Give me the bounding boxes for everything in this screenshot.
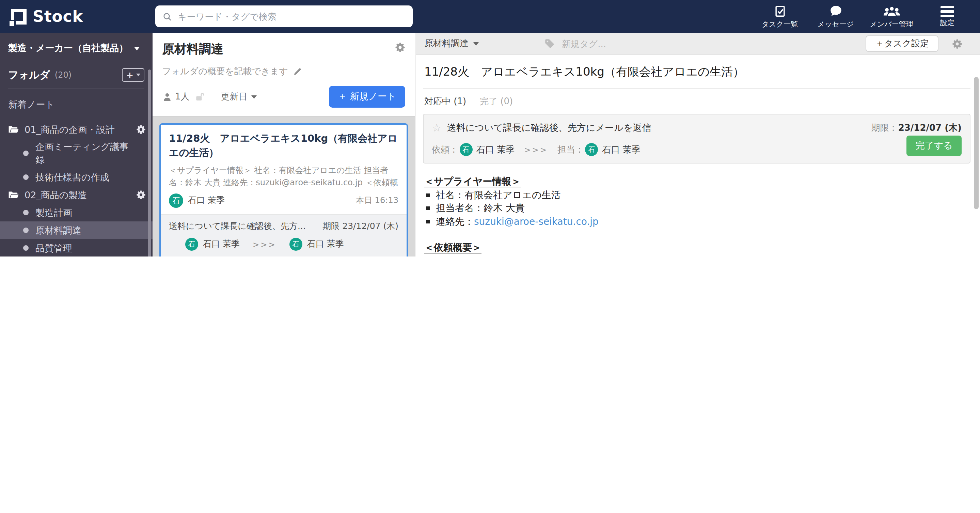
chevron-down-icon xyxy=(473,42,479,45)
bullet-square-icon xyxy=(426,207,430,210)
chevron-down-icon xyxy=(136,73,140,76)
gear-icon[interactable] xyxy=(395,42,405,53)
task-list-icon xyxy=(773,4,786,18)
chevron-down-icon xyxy=(134,47,140,50)
app-window: Stock タスク一覧 メッセージ メンバー管理 設定 xyxy=(0,0,980,256)
sidebar-note[interactable]: 製造計画 xyxy=(0,204,153,221)
card-preview: ＜サプライヤー情報＞ 社名：有限会社アロエの生活 担当者名：鈴木 大貴 連絡先：… xyxy=(169,164,398,189)
requester-label: 依頼 : xyxy=(432,143,455,156)
task-card: ☆ 送料について課長に確認後、先方にメールを返信 期限 :23/12/07 (木… xyxy=(423,114,970,164)
sidebar-folder-01[interactable]: 01_商品の企画・設計 xyxy=(0,121,153,138)
nav-settings[interactable]: 設定 xyxy=(923,5,972,28)
folders-header: フォルダ (20) + xyxy=(8,68,145,89)
card-author: 石口 茉季 xyxy=(188,195,225,206)
avatar: 石 xyxy=(459,143,472,156)
gear-icon[interactable] xyxy=(136,125,146,134)
app-logo[interactable]: Stock xyxy=(11,0,83,33)
note-content: 11/28火 アロエベラエキス10kg（有限会社アロエの生活） 対応中 (1) … xyxy=(416,55,980,256)
note-bullet-icon xyxy=(23,245,29,251)
note-tag-bar: 原材料調達 ＋タスク設定 xyxy=(416,33,980,55)
complete-task-button[interactable]: 完了する xyxy=(907,135,962,156)
workspace-selector[interactable]: 製造・メーカー（自社製品） xyxy=(0,33,153,54)
stock-logo-icon xyxy=(11,8,27,24)
folder-description[interactable]: フォルダの概要を記載できます xyxy=(162,65,405,78)
assignee-label: 担当 : xyxy=(557,143,581,156)
message-icon xyxy=(829,4,843,18)
chevron-down-icon xyxy=(251,95,257,99)
member-icon xyxy=(162,92,172,102)
task-assignee: 石口 茉季 xyxy=(602,143,640,156)
add-folder-button[interactable]: + xyxy=(122,68,145,82)
avatar: 石 xyxy=(185,238,198,251)
gear-icon[interactable] xyxy=(952,38,962,49)
sidebar-note-selected[interactable]: 原材料調達 xyxy=(0,221,153,239)
note-panel-scrollbar[interactable] xyxy=(974,77,978,209)
new-tag-input[interactable] xyxy=(562,38,712,49)
tab-completed-tasks[interactable]: 完了 (0) xyxy=(480,96,513,108)
avatar: 石 xyxy=(585,143,598,156)
logo-text: Stock xyxy=(33,8,83,25)
note-list-column: 原材料調達 フォルダの概要を記載できます 1人 更新日 ＋ 新規ノート xyxy=(153,33,415,256)
folder-tree: 01_商品の企画・設計 企画ミーティング議事録 技術仕様書の作成 02_商品の製… xyxy=(0,121,153,256)
task-requester: 石口 茉季 xyxy=(203,239,240,250)
nav-task-list[interactable]: タスク一覧 xyxy=(755,4,804,29)
tag-input-group xyxy=(544,38,712,49)
task-due: 期限 :23/12/07 (木) xyxy=(871,122,962,134)
nav-messages[interactable]: メッセージ xyxy=(811,4,860,29)
note-title: 11/28火 アロエベラエキス10kg（有限会社アロエの生活） xyxy=(423,55,970,89)
task-tabs: 対応中 (1) 完了 (0) xyxy=(423,96,970,108)
doc-bullet: 社名：有限会社アロエの生活 xyxy=(424,188,970,202)
lock-open-icon xyxy=(195,91,206,102)
card-task-title: 送料について課長に確認後、先方... xyxy=(169,221,306,232)
search-input[interactable] xyxy=(178,11,406,21)
nav-member-management[interactable]: メンバー管理 xyxy=(867,4,916,29)
card-main: 11/28火 アロエベラエキス10kg（有限会社アロエの生活） ＜サプライヤー情… xyxy=(161,125,407,214)
gear-icon[interactable] xyxy=(136,190,146,200)
sidebar-note[interactable]: 技術仕様書の作成 xyxy=(0,168,153,186)
card-time: 本日 16:13 xyxy=(356,195,398,206)
bullet-square-icon xyxy=(426,220,430,223)
add-task-button[interactable]: ＋タスク設定 xyxy=(865,35,939,52)
folder-open-icon xyxy=(8,191,19,199)
note-bullet-icon xyxy=(23,151,29,156)
global-search[interactable] xyxy=(155,5,413,27)
member-count[interactable]: 1人 xyxy=(175,91,190,103)
doc-heading: ＜サプライヤー情報＞ xyxy=(424,175,970,188)
sort-selector[interactable]: 更新日 xyxy=(221,91,257,103)
sidebar: 製造・メーカー（自社製品） フォルダ (20) + 新着ノート 01_商品の企画… xyxy=(0,33,153,256)
breadcrumb[interactable]: 原材料調達 xyxy=(424,37,479,50)
doc-spacer xyxy=(424,228,970,241)
note-body[interactable]: ＜サプライヤー情報＞ 社名：有限会社アロエの生活 担当者名：鈴木 大貴 連絡先：… xyxy=(423,175,970,256)
task-title: 送料について課長に確認後、先方にメールを返信 xyxy=(447,122,651,134)
task-arrow: >>> xyxy=(253,239,277,249)
doc-bullet: 連絡先：suzuki@aroe-seikatu.co.jp xyxy=(424,215,970,228)
avatar: 石 xyxy=(290,238,302,251)
tab-active-tasks[interactable]: 対応中 (1) xyxy=(424,96,466,108)
note-bullet-icon xyxy=(23,228,29,233)
sidebar-note[interactable]: 企画ミーティング議事録 xyxy=(0,138,153,168)
settings-icon xyxy=(940,5,954,17)
doc-bullet: 担当者名：鈴木 大貴 xyxy=(424,202,970,215)
doc-bullet: 依頼日 xyxy=(424,255,970,256)
email-link[interactable]: suzuki@aroe-seikatu.co.jp xyxy=(474,215,599,228)
star-icon[interactable]: ☆ xyxy=(432,123,442,134)
folder-title: 原材料調達 xyxy=(162,41,405,57)
note-panel: 原材料調達 ＋タスク設定 11/28火 アロエベラエキス10kg（有限会社アロエ… xyxy=(416,33,980,256)
task-arrow: >>> xyxy=(524,145,548,154)
note-card-selected[interactable]: 11/28火 アロエベラエキス10kg（有限会社アロエの生活） ＜サプライヤー情… xyxy=(159,123,408,256)
sidebar-folder-02[interactable]: 02_商品の製造 xyxy=(0,186,153,204)
card-title: 11/28火 アロエベラエキス10kg（有限会社アロエの生活） xyxy=(169,132,398,160)
folder-header: 原材料調達 フォルダの概要を記載できます 1人 更新日 ＋ 新規ノート xyxy=(153,33,415,116)
sidebar-scrollbar[interactable] xyxy=(148,70,151,256)
bullet-square-icon xyxy=(426,193,430,197)
sidebar-note[interactable]: 品質管理 xyxy=(0,239,153,256)
new-note-button[interactable]: ＋ 新規ノート xyxy=(329,86,405,108)
doc-heading: ＜依頼概要＞ xyxy=(424,241,970,255)
folder-open-icon xyxy=(8,125,19,134)
avatar: 石 xyxy=(169,193,183,208)
pencil-icon xyxy=(293,67,302,76)
note-bullet-icon xyxy=(23,174,29,180)
sidebar-item-new-notes[interactable]: 新着ノート xyxy=(0,89,153,114)
task-requester: 石口 茉季 xyxy=(476,143,514,156)
search-icon xyxy=(162,11,172,21)
